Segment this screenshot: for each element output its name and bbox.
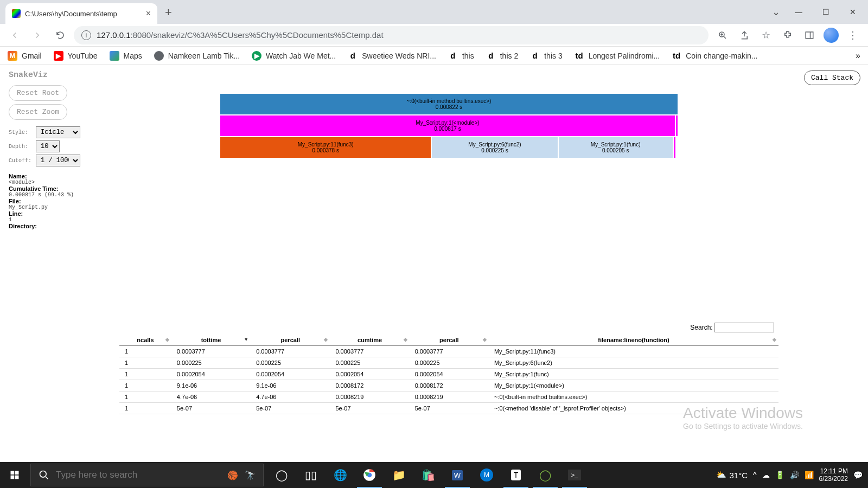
bookmark-item[interactable]: dthis 2 — [486, 51, 518, 61]
table-header[interactable]: filename:lineno(function)◆ — [489, 335, 778, 346]
window-maximize-button[interactable]: ☐ — [813, 3, 839, 21]
depth-label: Depth: — [9, 144, 33, 150]
chrome-icon[interactable] — [355, 462, 384, 488]
table-header[interactable]: cumtime◆ — [330, 335, 409, 346]
url-path: /snakeviz/C%3A%5CUsers%5Chy%5CDocuments%… — [151, 30, 384, 40]
ms-store-icon[interactable]: 🛍️ — [413, 462, 443, 488]
weather-widget[interactable]: ⛅ 31°C — [716, 470, 748, 480]
style-select[interactable]: Icicle — [36, 126, 80, 138]
file-explorer-icon[interactable]: 📁 — [384, 462, 413, 488]
extensions-icon[interactable] — [778, 25, 797, 45]
browser-menu-icon[interactable]: ⋮ — [843, 25, 863, 45]
reset-zoom-button[interactable]: Reset Zoom — [9, 104, 67, 120]
edge-icon[interactable]: 🌐 — [326, 462, 355, 488]
table-row[interactable]: 15e-075e-075e-075e-07~:0(<method 'disabl… — [119, 403, 778, 414]
bookmark-item[interactable]: dSweetiee Weds NRI... — [348, 51, 436, 61]
nav-reload-button[interactable] — [51, 26, 69, 44]
icicle-cell[interactable]: ~:0(<built-in method builtins.exec>)0.00… — [220, 93, 678, 115]
info-name-label: Name: — [9, 173, 27, 179]
browser-tab[interactable]: C:\Users\hy\Documents\temp × — [5, 3, 157, 24]
svg-point-10 — [40, 471, 47, 478]
nav-forward-button[interactable] — [28, 26, 47, 44]
table-search-input[interactable] — [714, 323, 774, 332]
share-icon[interactable] — [735, 25, 754, 45]
url-bar[interactable]: i 127.0.0.1:8080/snakeviz/C%3A%5CUsers%5… — [74, 26, 709, 44]
bookmarks-overflow-icon[interactable]: » — [856, 51, 860, 61]
window-close-button[interactable]: ✕ — [840, 3, 866, 21]
taskbar-app-icon[interactable]: ◯ — [531, 462, 560, 488]
table-cell: 1 — [119, 391, 171, 403]
play-icon: ▶ — [252, 51, 261, 61]
taskbar-app-icon[interactable]: ▯▯ — [296, 462, 326, 488]
profile-avatar[interactable] — [821, 25, 841, 45]
icicle-cell[interactable]: My_Script.py:1(<module>)0.000817 s — [220, 115, 675, 137]
table-header[interactable]: ncalls◆ — [119, 335, 171, 346]
word-icon[interactable]: W — [443, 462, 472, 488]
svg-rect-7 — [15, 471, 19, 475]
table-row[interactable]: 19.1e-069.1e-060.00081720.0008172My_Scri… — [119, 380, 778, 391]
zoom-icon[interactable] — [713, 25, 732, 45]
table-header[interactable]: tottime▼ — [171, 335, 251, 346]
bookmark-gmail[interactable]: MGmail — [8, 51, 42, 61]
nav-back-button[interactable] — [5, 26, 24, 44]
wifi-icon[interactable]: 📶 — [805, 471, 814, 479]
info-dir-label: Directory: — [9, 223, 37, 229]
notifications-icon[interactable]: 💬 — [853, 471, 863, 479]
icicle-cell[interactable] — [673, 137, 676, 158]
new-tab-button[interactable]: + — [165, 5, 172, 20]
reset-root-button[interactable]: Reset Root — [9, 85, 67, 101]
search-icon — [39, 470, 49, 480]
bookmark-item[interactable]: dthis — [448, 51, 474, 61]
taskbar-search-input[interactable] — [56, 470, 221, 480]
bookmark-maps[interactable]: Maps — [110, 51, 142, 61]
table-row[interactable]: 10.00037770.00037770.00037770.0003777My_… — [119, 346, 778, 357]
table-row[interactable]: 10.0002250.0002250.0002250.000225My_Scri… — [119, 357, 778, 369]
taskbar-app-icon[interactable]: T — [501, 462, 531, 488]
table-cell: 0.0002054 — [251, 369, 330, 380]
depth-select[interactable]: 10 — [36, 140, 60, 152]
table-cell: 0.0002054 — [410, 369, 489, 380]
icicle-cell[interactable]: My_Script.py:11(func3)0.000378 s — [220, 137, 431, 158]
bookmark-item[interactable]: Namkeen Lamb Tik... — [154, 51, 240, 61]
taskbar-search[interactable]: 🏀 🔭 — [30, 464, 264, 486]
side-panel-icon[interactable] — [800, 25, 819, 45]
terminal-icon[interactable]: >_ — [560, 462, 589, 488]
bookmark-item[interactable]: ▶Watch Jab We Met... — [252, 51, 336, 61]
task-view-button[interactable]: ◯ — [267, 462, 296, 488]
icicle-cell[interactable] — [675, 115, 678, 137]
window-minimize-button[interactable]: — — [786, 3, 812, 21]
tab-search-icon[interactable]: ⌄ — [772, 6, 780, 18]
call-stack-button[interactable]: Call Stack — [804, 70, 860, 85]
table-header[interactable]: percall◆ — [251, 335, 330, 346]
icicle-cell[interactable]: My_Script.py:6(func2)0.000225 s — [431, 137, 558, 158]
windows-taskbar: 🏀 🔭 ◯ ▯▯ 🌐 📁 🛍️ W M T ◯ >_ ⛅ 31°C ^ ☁ 🔋 … — [0, 462, 868, 488]
table-cell: 0.0002054 — [171, 369, 251, 380]
onedrive-icon[interactable]: ☁ — [762, 471, 770, 479]
site-info-icon[interactable]: i — [81, 30, 91, 40]
page-content: SnakeViz Reset Root Reset Zoom Call Stac… — [0, 65, 868, 462]
battery-icon[interactable]: 🔋 — [775, 471, 784, 479]
info-line-label: Line: — [9, 210, 23, 217]
bookmark-star-icon[interactable]: ☆ — [756, 25, 776, 45]
table-row[interactable]: 10.00020540.00020540.00020540.0002054My_… — [119, 369, 778, 380]
svg-line-1 — [724, 36, 726, 38]
volume-icon[interactable]: 🔊 — [790, 471, 799, 479]
bookmark-item[interactable]: dthis 3 — [530, 51, 562, 61]
tab-title: C:\Users\hy\Documents\temp — [25, 10, 142, 18]
info-name-value: <module> — [9, 179, 859, 185]
tab-close-icon[interactable]: × — [146, 9, 151, 18]
icicle-cell[interactable]: My_Script.py:1(func)0.000205 s — [558, 137, 673, 158]
bookmark-youtube[interactable]: ▶YouTube — [54, 51, 98, 61]
table-header[interactable]: percall◆ — [410, 335, 489, 346]
url-port: :8080 — [131, 30, 151, 40]
table-row[interactable]: 14.7e-064.7e-060.00082190.0008219~:0(<bu… — [119, 391, 778, 403]
start-button[interactable] — [0, 462, 29, 488]
table-cell: 1 — [119, 346, 171, 357]
table-cell: 1 — [119, 357, 171, 369]
taskbar-clock[interactable]: 12:11 PM 6/23/2022 — [819, 467, 848, 483]
bookmark-item[interactable]: tdLongest Palindromi... — [575, 51, 660, 61]
cutoff-select[interactable]: 1 / 1000 — [36, 155, 80, 166]
bookmark-item[interactable]: tdCoin change-makin... — [672, 51, 757, 61]
tray-chevron-icon[interactable]: ^ — [753, 471, 757, 479]
taskbar-app-icon[interactable]: M — [472, 462, 501, 488]
